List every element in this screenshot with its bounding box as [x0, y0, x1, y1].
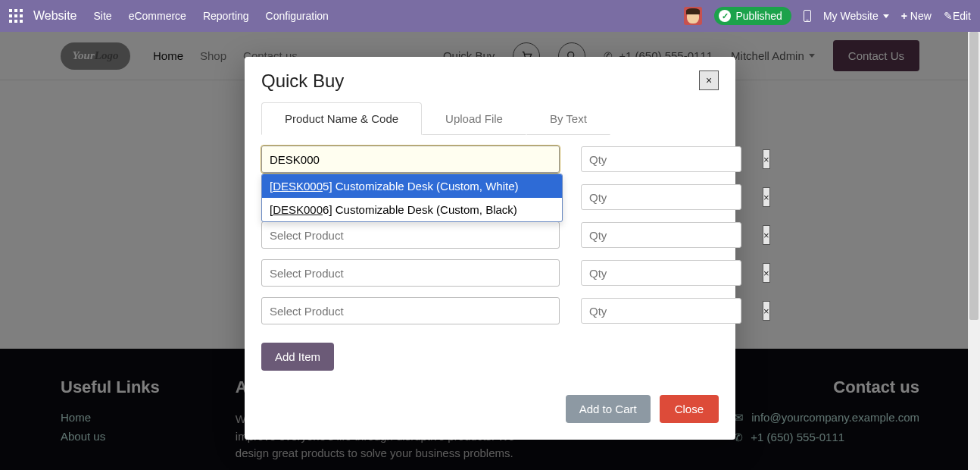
- quick-buy-modal: Quick Buy × Product Name & Code Upload F…: [245, 57, 735, 440]
- modal-close-x[interactable]: ×: [699, 70, 719, 90]
- app-topbar: Website Site eCommerce Reporting Configu…: [0, 0, 980, 32]
- qty-input[interactable]: [581, 184, 741, 210]
- site-selector[interactable]: My Website: [823, 10, 889, 22]
- app-brand[interactable]: Website: [33, 9, 77, 23]
- site-selector-label: My Website: [823, 10, 879, 22]
- add-item-button[interactable]: Add Item: [261, 343, 334, 371]
- published-label: Published: [735, 10, 782, 22]
- product-row: ×: [261, 221, 719, 249]
- suggestion-item[interactable]: [DESK0005] Customizable Desk (Custom, Wh…: [262, 174, 562, 198]
- app-nav: Site eCommerce Reporting Configuration: [94, 10, 329, 22]
- apps-launcher-icon[interactable]: [9, 9, 23, 23]
- product-suggestions: [DESK0005] Customizable Desk (Custom, Wh…: [261, 174, 563, 222]
- qty-input[interactable]: [581, 146, 741, 172]
- scrollbar-thumb[interactable]: [969, 32, 978, 320]
- new-button[interactable]: + New: [901, 10, 932, 22]
- row-remove-button[interactable]: ×: [763, 187, 770, 207]
- row-remove-button[interactable]: ×: [763, 263, 770, 283]
- check-icon: ✓: [719, 10, 731, 22]
- edit-button[interactable]: ✎ Edit: [944, 10, 971, 22]
- mobile-preview-icon[interactable]: [804, 10, 811, 22]
- qty-input[interactable]: [581, 298, 741, 324]
- modal-tabs: Product Name & Code Upload File By Text: [261, 102, 719, 135]
- published-toggle[interactable]: ✓ Published: [714, 7, 791, 25]
- user-avatar[interactable]: [684, 7, 702, 25]
- tab-product-name[interactable]: Product Name & Code: [261, 102, 422, 135]
- product-input[interactable]: [261, 221, 560, 249]
- product-input[interactable]: [261, 297, 560, 324]
- close-button[interactable]: Close: [660, 395, 719, 423]
- row-remove-button[interactable]: ×: [763, 301, 770, 321]
- tab-upload-file[interactable]: Upload File: [422, 102, 526, 135]
- chevron-down-icon: [883, 14, 889, 18]
- nav-ecommerce[interactable]: eCommerce: [129, 10, 186, 22]
- nav-reporting[interactable]: Reporting: [203, 10, 249, 22]
- product-row: ×: [261, 259, 719, 287]
- row-remove-button[interactable]: ×: [763, 225, 770, 245]
- qty-input[interactable]: [581, 260, 741, 286]
- product-row: ×: [261, 297, 719, 324]
- product-row: × [DESK0005] Customizable Desk (Custom, …: [261, 146, 719, 173]
- product-input[interactable]: [261, 259, 560, 287]
- qty-input[interactable]: [581, 222, 741, 248]
- product-input[interactable]: [261, 146, 560, 173]
- modal-title: Quick Buy: [261, 70, 344, 92]
- row-remove-button[interactable]: ×: [763, 149, 770, 169]
- nav-site[interactable]: Site: [94, 10, 112, 22]
- suggestion-item[interactable]: [DESK0006] Customizable Desk (Custom, Bl…: [262, 198, 562, 221]
- tab-by-text[interactable]: By Text: [526, 102, 610, 135]
- add-to-cart-button[interactable]: Add to Cart: [566, 395, 651, 423]
- nav-config[interactable]: Configuration: [266, 10, 329, 22]
- vertical-scrollbar[interactable]: [968, 32, 980, 470]
